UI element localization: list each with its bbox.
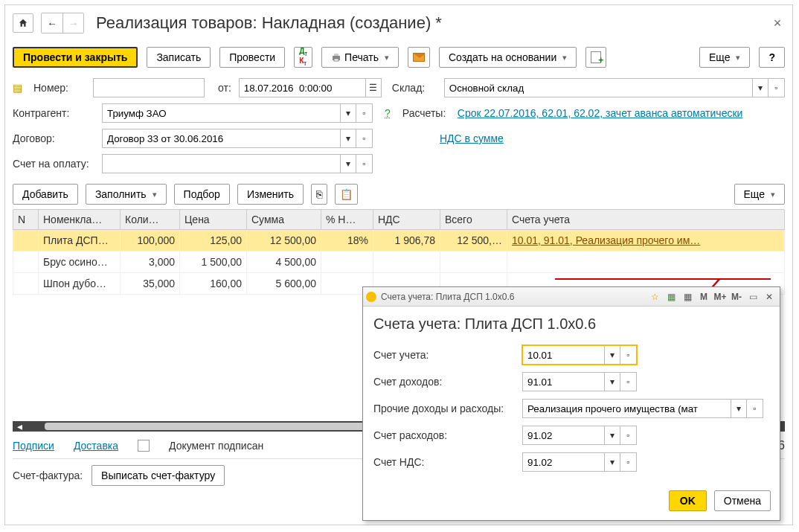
col-price[interactable]: Цена xyxy=(180,210,247,230)
print-label: Печать xyxy=(344,51,379,63)
number-input[interactable] xyxy=(93,78,205,97)
other-dropdown[interactable]: ▾ xyxy=(731,399,747,418)
cell-item[interactable]: Шпон дубо… xyxy=(39,273,121,295)
create-from-button[interactable]: Создать на основании xyxy=(439,47,577,68)
popup-close[interactable]: ✕ xyxy=(762,290,777,304)
popup-title: Счета учета: Плита ДСП 1.0x0.6 xyxy=(373,315,769,333)
contract-open[interactable]: ▫ xyxy=(356,129,373,148)
more-button[interactable]: Еще xyxy=(699,47,751,68)
cell-total[interactable]: 12 500,… xyxy=(440,230,507,251)
cell-vat[interactable]: 1 906,78 xyxy=(373,230,440,251)
cell-price[interactable]: 125,00 xyxy=(180,230,247,251)
col-qty[interactable]: Коли… xyxy=(121,210,180,230)
expense-open[interactable]: ▫ xyxy=(620,426,637,445)
counterparty-open[interactable]: ▫ xyxy=(356,103,373,123)
copy-rows-button[interactable]: ⎘ xyxy=(311,184,327,205)
sf-button[interactable]: Выписать счет-фактуру xyxy=(92,465,225,486)
post-and-close-button[interactable]: Провести и закрыть xyxy=(13,47,138,68)
cell-sum[interactable]: 5 600,00 xyxy=(247,273,321,295)
invoice-input[interactable] xyxy=(102,154,340,173)
acct-input[interactable] xyxy=(522,345,604,365)
mail-button[interactable] xyxy=(408,47,430,68)
col-sum[interactable]: Сумма xyxy=(247,210,321,230)
col-n[interactable]: N xyxy=(13,210,39,230)
calendar-icon[interactable]: ▦ xyxy=(680,290,695,304)
warehouse-dropdown[interactable]: ▾ xyxy=(752,78,768,97)
acct-dropdown[interactable]: ▾ xyxy=(604,345,620,365)
delivery-link[interactable]: Доставка xyxy=(74,440,118,452)
counterparty-help[interactable]: ? xyxy=(385,107,391,119)
close-button[interactable]: × xyxy=(770,16,785,31)
calendar-button[interactable]: ☰ xyxy=(365,78,382,97)
acct-open[interactable]: ▫ xyxy=(620,345,637,365)
table-row[interactable]: Плита ДСП… 100,000 125,00 12 500,00 18% … xyxy=(13,230,785,251)
cell-price[interactable]: 160,00 xyxy=(180,273,247,295)
select-button[interactable]: Подбор xyxy=(174,184,230,205)
col-accounts[interactable]: Счета учета xyxy=(507,210,785,230)
date-input[interactable] xyxy=(239,78,365,97)
cell-qty[interactable]: 3,000 xyxy=(121,251,180,273)
table-more-button[interactable]: Еще xyxy=(734,184,786,205)
cell-vatpct[interactable]: 18% xyxy=(321,230,373,251)
paste-rows-button[interactable]: 📋 xyxy=(335,184,358,205)
mode-icon[interactable]: ▤ xyxy=(13,82,26,94)
invoice-dropdown[interactable]: ▾ xyxy=(340,154,356,173)
post-button[interactable]: Провести xyxy=(219,47,285,68)
counterparty-input[interactable] xyxy=(102,103,340,123)
print-button[interactable]: Печать xyxy=(321,47,399,68)
counterparty-dropdown[interactable]: ▾ xyxy=(340,103,356,123)
income-dropdown[interactable]: ▾ xyxy=(604,372,620,391)
col-vat[interactable]: НДС xyxy=(373,210,440,230)
contract-dropdown[interactable]: ▾ xyxy=(340,129,356,148)
cell-sum[interactable]: 4 500,00 xyxy=(247,251,321,273)
popup-ok-button[interactable]: OK xyxy=(669,490,707,511)
cell-qty[interactable]: 35,000 xyxy=(121,273,180,295)
favorite-icon[interactable] xyxy=(647,290,662,304)
income-input[interactable] xyxy=(522,372,604,391)
calc-link[interactable]: Срок 22.07.2016, 62.01, 62.02, зачет ава… xyxy=(458,107,743,119)
cell-sum[interactable]: 12 500,00 xyxy=(247,230,321,251)
add-row-button[interactable]: Добавить xyxy=(13,184,78,205)
vat-acct-dropdown[interactable]: ▾ xyxy=(604,452,620,472)
memory-mplus[interactable]: M+ xyxy=(713,290,728,304)
accounts-link[interactable]: 10.01, 91.01, Реализация прочего им… xyxy=(512,234,700,246)
signatures-link[interactable]: Подписи xyxy=(13,440,54,452)
help-button[interactable]: ? xyxy=(759,47,785,68)
home-button[interactable] xyxy=(13,13,33,33)
vat-acct-open[interactable]: ▫ xyxy=(620,452,637,472)
memory-m[interactable]: M xyxy=(696,290,711,304)
items-table[interactable]: N Номенкла… Коли… Цена Сумма % Н… НДС Вс… xyxy=(13,209,785,295)
col-total[interactable]: Всего xyxy=(440,210,507,230)
expense-input[interactable] xyxy=(522,426,604,445)
table-row[interactable]: Брус осино… 3,000 1 500,00 4 500,00 xyxy=(13,251,785,273)
col-vatpct[interactable]: % Н… xyxy=(321,210,373,230)
memory-mminus[interactable]: M- xyxy=(729,290,744,304)
vat-link[interactable]: НДС в сумме xyxy=(440,132,504,144)
other-input[interactable] xyxy=(522,399,731,418)
fill-button[interactable]: Заполнить xyxy=(86,184,167,205)
cell-price[interactable]: 1 500,00 xyxy=(180,251,247,273)
expense-dropdown[interactable]: ▾ xyxy=(604,426,620,445)
invoice-label: Счет на оплату: xyxy=(13,158,94,170)
popup-minimize[interactable]: ▭ xyxy=(745,290,760,304)
nav-back-button[interactable]: ← xyxy=(42,13,62,33)
invoice-open[interactable]: ▫ xyxy=(356,154,373,173)
income-open[interactable]: ▫ xyxy=(620,372,637,391)
other-open[interactable]: ▫ xyxy=(747,399,763,418)
change-button[interactable]: Изменить xyxy=(237,184,304,205)
calculator-icon[interactable] xyxy=(664,290,678,304)
warehouse-open[interactable]: ▫ xyxy=(768,78,785,97)
doc-signed-checkbox[interactable] xyxy=(138,440,150,452)
vat-acct-input[interactable] xyxy=(522,452,604,472)
accounts-popup: Счета учета: Плита ДСП 1.0х0.6 ▦ M M+ M-… xyxy=(362,286,780,521)
contract-input[interactable] xyxy=(102,129,340,148)
popup-cancel-button[interactable]: Отмена xyxy=(714,490,771,511)
new-doc-button[interactable] xyxy=(585,47,606,68)
dtkt-button[interactable]: ДтКт xyxy=(294,47,312,68)
cell-item[interactable]: Плита ДСП… xyxy=(39,230,121,251)
col-item[interactable]: Номенкла… xyxy=(39,210,121,230)
cell-qty[interactable]: 100,000 xyxy=(121,230,180,251)
save-button[interactable]: Записать xyxy=(147,47,211,68)
cell-item[interactable]: Брус осино… xyxy=(39,251,121,273)
warehouse-input[interactable] xyxy=(444,78,752,97)
